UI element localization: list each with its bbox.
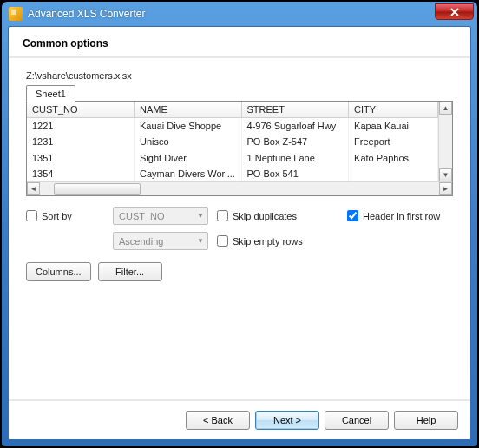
skip-dup-check[interactable] xyxy=(217,210,228,221)
sheet-tab[interactable]: Sheet1 xyxy=(26,85,75,102)
cell: 1 Neptune Lane xyxy=(241,150,349,166)
cancel-button[interactable]: Cancel xyxy=(325,411,389,430)
cell: 1221 xyxy=(27,118,135,135)
page-title: Common options xyxy=(9,27,470,58)
app-window: Advanced XLS Converter Common options Z:… xyxy=(2,2,477,446)
close-icon xyxy=(450,8,459,16)
help-button[interactable]: Help xyxy=(394,411,458,430)
chevron-down-icon: ▼ xyxy=(197,212,204,220)
data-table: CUST_NO NAME STREET CITY 1221 Kauai Dive… xyxy=(27,102,438,181)
header-first-check[interactable] xyxy=(347,210,358,221)
sort-direction-select[interactable]: Ascending ▼ xyxy=(113,232,208,250)
file-path: Z:\vshare\customers.xlsx xyxy=(26,70,453,81)
options-grid: Sort by CUST_NO ▼ Skip duplicates Header… xyxy=(26,207,453,250)
col-header[interactable]: CUST_NO xyxy=(27,102,135,118)
col-header[interactable]: CITY xyxy=(349,102,438,118)
cell: 1351 xyxy=(27,150,135,166)
data-grid: CUST_NO NAME STREET CITY 1221 Kauai Dive… xyxy=(26,101,453,196)
skip-empty-rows-checkbox[interactable]: Skip empty rows xyxy=(217,235,338,247)
cell: Sight Diver xyxy=(135,150,242,166)
header-first-label: Header in first row xyxy=(363,211,440,221)
sheet-tabs: Sheet1 xyxy=(26,84,453,101)
chevron-down-icon: ▼ xyxy=(197,237,204,245)
scroll-right-icon[interactable]: ► xyxy=(439,182,452,195)
next-button[interactable]: Next > xyxy=(255,411,319,430)
sort-by-check[interactable] xyxy=(26,210,37,221)
skip-empty-label: Skip empty rows xyxy=(233,236,303,247)
wizard-footer: < Back Next > Cancel Help xyxy=(9,399,470,439)
table-row[interactable]: 1231 Unisco PO Box Z-547 Freeport xyxy=(27,134,438,149)
filter-button[interactable]: Filter... xyxy=(98,262,162,281)
app-icon xyxy=(9,7,23,21)
titlebar: Advanced XLS Converter xyxy=(2,2,477,26)
skip-empty-check[interactable] xyxy=(217,235,228,247)
vertical-scrollbar[interactable]: ▲ ▼ xyxy=(438,102,452,181)
table-header-row: CUST_NO NAME STREET CITY xyxy=(27,102,438,118)
cell: 1231 xyxy=(27,134,135,149)
close-button[interactable] xyxy=(435,3,474,20)
scroll-up-icon[interactable]: ▲ xyxy=(439,102,452,115)
sort-by-label: Sort by xyxy=(42,211,72,221)
col-header[interactable]: NAME xyxy=(135,102,242,118)
cell: 4-976 Sugarloaf Hwy xyxy=(241,118,349,135)
cell: PO Box Z-547 xyxy=(241,134,349,149)
sort-by-checkbox[interactable]: Sort by xyxy=(26,210,104,221)
client-area: Common options Z:\vshare\customers.xlsx … xyxy=(8,26,471,440)
cell: Cayman Divers Worl... xyxy=(135,166,242,181)
cell: Kato Paphos xyxy=(349,150,438,166)
cell: Freeport xyxy=(349,134,438,149)
back-button[interactable]: < Back xyxy=(186,411,250,430)
skip-duplicates-checkbox[interactable]: Skip duplicates xyxy=(217,210,338,221)
select-value: Ascending xyxy=(119,236,163,247)
sort-field-select[interactable]: CUST_NO ▼ xyxy=(113,207,208,225)
scroll-left-icon[interactable]: ◄ xyxy=(27,182,40,195)
window-title: Advanced XLS Converter xyxy=(28,8,435,20)
table-row[interactable]: 1354 Cayman Divers Worl... PO Box 541 xyxy=(27,166,438,181)
content-area: Z:\vshare\customers.xlsx Sheet1 CUST_NO … xyxy=(9,58,470,399)
horizontal-scrollbar[interactable]: ◄ ► xyxy=(27,181,452,195)
cell: 1354 xyxy=(27,166,135,181)
table-row[interactable]: 1351 Sight Diver 1 Neptune Lane Kato Pap… xyxy=(27,150,438,166)
table-row[interactable]: 1221 Kauai Dive Shoppe 4-976 Sugarloaf H… xyxy=(27,118,438,135)
cell: Unisco xyxy=(135,134,242,149)
cell: Kapaa Kauai xyxy=(349,118,438,135)
scroll-thumb[interactable] xyxy=(54,183,141,195)
select-value: CUST_NO xyxy=(119,211,165,221)
header-first-row-checkbox[interactable]: Header in first row xyxy=(347,210,453,221)
cell xyxy=(349,166,438,181)
cell: PO Box 541 xyxy=(241,166,349,181)
cell: Kauai Dive Shoppe xyxy=(135,118,242,135)
columns-button[interactable]: Columns... xyxy=(26,262,91,281)
skip-dup-label: Skip duplicates xyxy=(233,211,297,221)
col-header[interactable]: STREET xyxy=(241,102,349,118)
action-buttons: Columns... Filter... xyxy=(26,262,453,281)
scroll-down-icon[interactable]: ▼ xyxy=(439,168,452,181)
